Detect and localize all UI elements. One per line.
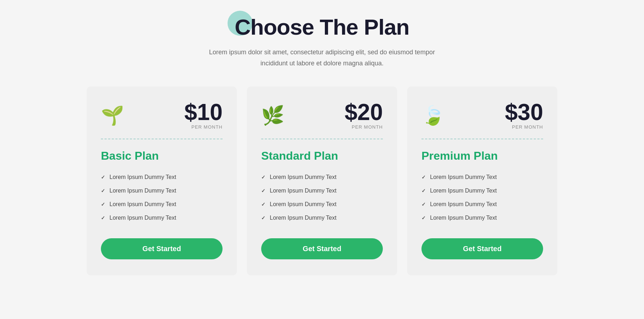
plan-name-premium: Premium Plan (421, 149, 543, 163)
feature-item: ✓ Lorem Ipsum Dummy Text (421, 170, 543, 184)
plan-period: PER MONTH (505, 124, 543, 130)
plan-price: $30 (505, 101, 543, 124)
feature-item: ✓ Lorem Ipsum Dummy Text (421, 184, 543, 198)
feature-text: Lorem Ipsum Dummy Text (430, 215, 497, 221)
page-title: Choose The Plan (235, 14, 409, 40)
plan-card-top: 🌿 $20 PER MONTH (261, 101, 383, 130)
plan-name-basic: Basic Plan (101, 149, 223, 163)
feature-text: Lorem Ipsum Dummy Text (430, 201, 497, 208)
feature-text: Lorem Ipsum Dummy Text (430, 188, 497, 194)
check-icon: ✓ (261, 201, 265, 207)
check-icon: ✓ (261, 215, 265, 221)
plan-price: $10 (184, 101, 223, 124)
plan-card-top: 🌱 $10 PER MONTH (101, 101, 223, 130)
get-started-button-basic[interactable]: Get Started (101, 238, 223, 259)
feature-item: ✓ Lorem Ipsum Dummy Text (101, 211, 223, 225)
feature-item: ✓ Lorem Ipsum Dummy Text (101, 198, 223, 211)
check-icon: ✓ (421, 201, 426, 207)
plan-divider (261, 139, 383, 139)
plan-icon-basic: 🌱 (101, 106, 124, 125)
feature-text: Lorem Ipsum Dummy Text (109, 174, 176, 180)
plan-icon-standard: 🌿 (261, 106, 284, 125)
plan-divider (101, 139, 223, 139)
check-icon: ✓ (101, 201, 105, 207)
get-started-button-standard[interactable]: Get Started (261, 238, 383, 259)
plan-price-block: $30 PER MONTH (505, 101, 543, 130)
plan-price-block: $10 PER MONTH (184, 101, 223, 130)
feature-item: ✓ Lorem Ipsum Dummy Text (261, 184, 383, 198)
plan-period: PER MONTH (345, 124, 383, 130)
feature-text: Lorem Ipsum Dummy Text (109, 215, 176, 221)
check-icon: ✓ (101, 174, 105, 180)
check-icon: ✓ (261, 188, 265, 194)
feature-text: Lorem Ipsum Dummy Text (270, 201, 336, 208)
check-icon: ✓ (421, 188, 426, 194)
feature-item: ✓ Lorem Ipsum Dummy Text (421, 211, 543, 225)
title-wrapper: Choose The Plan (235, 14, 409, 40)
check-icon: ✓ (421, 215, 426, 221)
plan-card-top: 🍃 $30 PER MONTH (421, 101, 543, 130)
plan-price-block: $20 PER MONTH (345, 101, 383, 130)
feature-item: ✓ Lorem Ipsum Dummy Text (101, 170, 223, 184)
plan-period: PER MONTH (184, 124, 223, 130)
plan-card-standard: 🌿 $20 PER MONTH Standard Plan ✓ Lorem Ip… (247, 86, 397, 275)
feature-text: Lorem Ipsum Dummy Text (430, 174, 497, 180)
feature-text: Lorem Ipsum Dummy Text (270, 215, 336, 221)
feature-text: Lorem Ipsum Dummy Text (270, 174, 336, 180)
plan-price: $20 (345, 101, 383, 124)
feature-text: Lorem Ipsum Dummy Text (270, 188, 336, 194)
check-icon: ✓ (101, 188, 105, 194)
check-icon: ✓ (101, 215, 105, 221)
check-icon: ✓ (421, 174, 426, 180)
plans-container: 🌱 $10 PER MONTH Basic Plan ✓ Lorem Ipsum… (72, 86, 572, 275)
feature-text: Lorem Ipsum Dummy Text (109, 201, 176, 208)
plan-icon-premium: 🍃 (421, 106, 445, 125)
feature-item: ✓ Lorem Ipsum Dummy Text (101, 184, 223, 198)
plan-card-premium: 🍃 $30 PER MONTH Premium Plan ✓ Lorem Ips… (407, 86, 557, 275)
get-started-button-premium[interactable]: Get Started (421, 238, 543, 259)
feature-text: Lorem Ipsum Dummy Text (109, 188, 176, 194)
plan-features-basic: ✓ Lorem Ipsum Dummy Text ✓ Lorem Ipsum D… (101, 170, 223, 225)
plan-features-premium: ✓ Lorem Ipsum Dummy Text ✓ Lorem Ipsum D… (421, 170, 543, 225)
feature-item: ✓ Lorem Ipsum Dummy Text (261, 198, 383, 211)
plan-card-basic: 🌱 $10 PER MONTH Basic Plan ✓ Lorem Ipsum… (87, 86, 237, 275)
feature-item: ✓ Lorem Ipsum Dummy Text (261, 170, 383, 184)
feature-item: ✓ Lorem Ipsum Dummy Text (261, 211, 383, 225)
feature-item: ✓ Lorem Ipsum Dummy Text (421, 198, 543, 211)
plan-features-standard: ✓ Lorem Ipsum Dummy Text ✓ Lorem Ipsum D… (261, 170, 383, 225)
subtitle: Lorem ipsum dolor sit amet, consectetur … (208, 47, 436, 69)
header-section: Choose The Plan Lorem ipsum dolor sit am… (208, 14, 436, 69)
plan-name-standard: Standard Plan (261, 149, 383, 163)
check-icon: ✓ (261, 174, 265, 180)
plan-divider (421, 139, 543, 139)
